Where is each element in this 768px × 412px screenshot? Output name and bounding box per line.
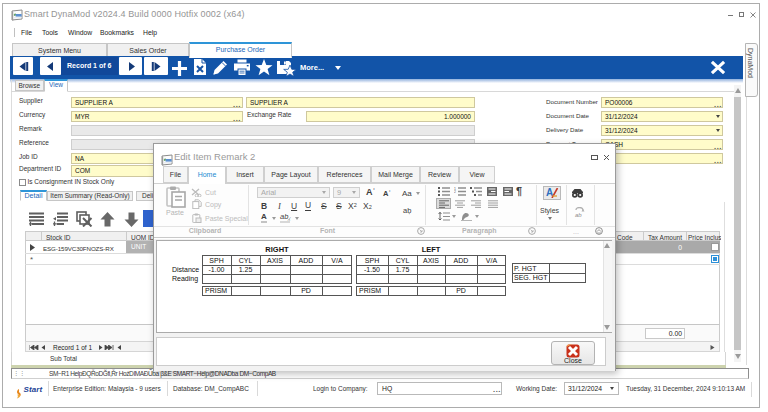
svg-text:2: 2 (454, 190, 456, 194)
svg-text:ab: ab (575, 212, 582, 218)
